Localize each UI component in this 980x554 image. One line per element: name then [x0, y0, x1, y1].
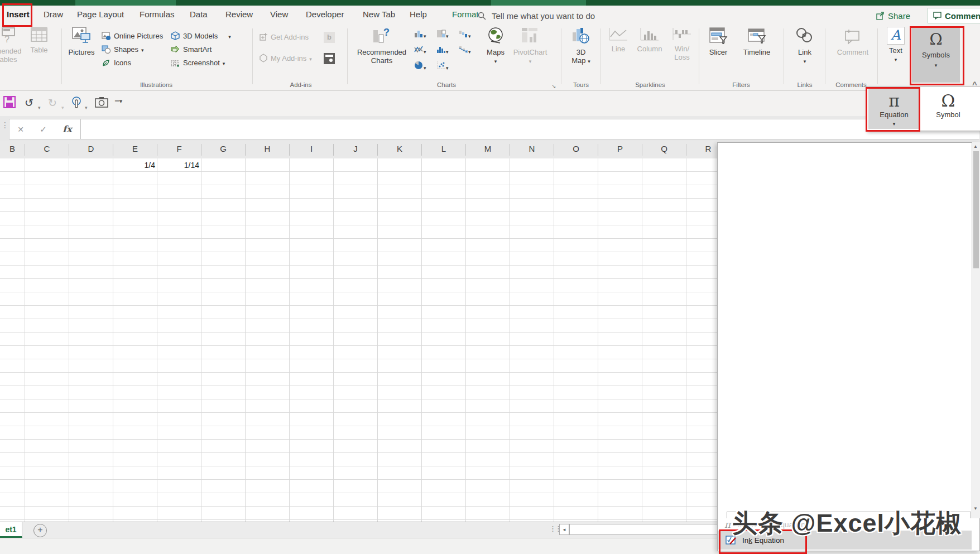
people-graph-addin-icon[interactable]: [324, 53, 335, 64]
group-label-tours: Tours: [564, 81, 598, 88]
cell-E1[interactable]: 1/4: [113, 159, 157, 172]
column-header[interactable]: L: [422, 144, 466, 156]
tab-page-layout[interactable]: Page Layout: [77, 9, 124, 19]
icons-button[interactable]: Icons: [102, 56, 131, 69]
tab-help[interactable]: Help: [410, 9, 427, 19]
undo-dropdown-icon[interactable]: [38, 100, 41, 112]
comment-button[interactable]: Comment: [832, 27, 874, 56]
table-button[interactable]: Table: [25, 27, 54, 54]
share-label: Share: [888, 11, 910, 21]
tab-view[interactable]: View: [270, 9, 288, 19]
smartart-icon: [171, 45, 180, 54]
insert-line-chart-button[interactable]: [414, 45, 426, 56]
pivotchart-button[interactable]: PivotChart: [510, 27, 550, 65]
tab-developer[interactable]: Developer: [306, 9, 344, 19]
spreadsheet-grid[interactable]: [0, 158, 726, 522]
insert-hierarchy-chart-button[interactable]: [436, 30, 449, 40]
insert-scatter-chart-button[interactable]: [436, 61, 449, 72]
touch-mode-icon[interactable]: [71, 96, 83, 109]
dropdown-arrow-icon: [223, 59, 225, 67]
symbols-button[interactable]: Ω Symbols: [912, 27, 960, 83]
tab-data[interactable]: Data: [190, 9, 208, 19]
column-header[interactable]: O: [554, 144, 598, 156]
sheet-tab[interactable]: et1: [0, 522, 22, 538]
column-header[interactable]: J: [334, 144, 378, 156]
tab-new-tab[interactable]: New Tab: [363, 9, 395, 19]
insert-column-chart-button[interactable]: [414, 30, 426, 40]
column-header[interactable]: Q: [642, 144, 686, 156]
smartart-button[interactable]: SmartArt: [171, 43, 212, 55]
search-icon: [478, 12, 486, 20]
equation-button[interactable]: π Equation: [868, 88, 920, 129]
slicer-button[interactable]: Slicer: [703, 27, 733, 56]
comments-icon: [933, 12, 941, 20]
tab-insert[interactable]: Insert: [7, 9, 30, 19]
column-header[interactable]: D: [69, 144, 113, 156]
insert-function-button[interactable]: fx: [63, 124, 71, 134]
sparkline-winloss-button[interactable]: Win/Loss: [667, 27, 696, 61]
sparkline-column-button[interactable]: Column: [634, 27, 665, 53]
dropdown-arrow-icon: [446, 62, 449, 71]
online-pictures-button[interactable]: Online Pictures: [102, 30, 163, 42]
column-header[interactable]: H: [246, 144, 290, 156]
scrollbar-thumb[interactable]: [973, 151, 979, 268]
insert-statistic-chart-button[interactable]: [436, 45, 449, 56]
get-add-ins-button[interactable]: Get Add-ins: [259, 31, 309, 43]
insert-combo-chart-button[interactable]: [459, 45, 471, 56]
undo-icon[interactable]: ↺: [25, 97, 33, 109]
tell-me-search[interactable]: Tell me what you want to do: [478, 9, 595, 22]
bing-maps-addin-icon[interactable]: b: [324, 32, 335, 43]
link-button[interactable]: Link: [788, 27, 822, 65]
grip-icon[interactable]: ⋮⋮: [549, 524, 560, 533]
column-header[interactable]: E: [113, 144, 157, 156]
insert-waterfall-chart-button[interactable]: [459, 30, 471, 40]
insert-pie-chart-button[interactable]: [414, 61, 426, 72]
pictures-button[interactable]: Pictures: [66, 27, 97, 56]
column-header[interactable]: K: [378, 144, 422, 156]
column-header[interactable]: M: [466, 144, 510, 156]
scroll-up-icon[interactable]: ▲: [973, 144, 978, 149]
column-header[interactable]: B: [0, 144, 25, 156]
cell-F1[interactable]: 1/14: [157, 159, 201, 172]
column-header[interactable]: I: [290, 144, 334, 156]
scroll-down-icon[interactable]: ▼: [973, 506, 978, 511]
column-header[interactable]: G: [201, 144, 246, 156]
share-button[interactable]: Share: [871, 8, 916, 23]
tab-formulas[interactable]: Formulas: [140, 9, 175, 19]
symbol-button[interactable]: Ω Symbol: [923, 88, 974, 129]
recommended-pivottables-button[interactable]: ? mendedables: [0, 27, 28, 64]
scroll-left-icon[interactable]: ◂: [559, 524, 569, 535]
formula-input[interactable]: [80, 119, 979, 139]
gallery-scrollbar[interactable]: ▲ ▼: [972, 142, 980, 518]
column-header[interactable]: C: [25, 144, 69, 156]
my-add-ins-button[interactable]: My Add-ins: [259, 52, 312, 64]
3d-map-button[interactable]: 3DMap: [565, 27, 597, 66]
recommended-charts-button[interactable]: ? RecommendedCharts: [353, 27, 411, 65]
column-header[interactable]: F: [157, 144, 201, 156]
charts-dialog-launcher-icon[interactable]: [551, 80, 556, 90]
customize-qat-icon[interactable]: ═▾: [115, 98, 122, 105]
text-button[interactable]: A Text: [882, 27, 910, 63]
tab-review[interactable]: Review: [225, 9, 253, 19]
redo-dropdown-icon[interactable]: [61, 100, 64, 112]
screenshot-button[interactable]: Screenshot: [171, 56, 225, 69]
redo-icon[interactable]: ↻: [48, 97, 57, 109]
cancel-entry-icon[interactable]: [17, 124, 24, 134]
save-icon[interactable]: [3, 96, 16, 108]
column-header[interactable]: P: [598, 144, 642, 156]
touch-mode-dropdown-icon[interactable]: [85, 100, 88, 112]
tab-format[interactable]: Format: [452, 9, 479, 19]
3d-models-button[interactable]: 3D Models: [171, 30, 231, 42]
camera-icon[interactable]: [95, 97, 108, 108]
timeline-button[interactable]: Timeline: [737, 27, 777, 56]
sparkline-line-button[interactable]: Line: [605, 27, 632, 53]
column-header[interactable]: N: [510, 144, 554, 156]
comments-button[interactable]: Comments: [928, 8, 980, 23]
tab-draw[interactable]: Draw: [44, 9, 63, 19]
shapes-button[interactable]: Shapes: [102, 43, 144, 55]
title-bar: [0, 0, 980, 6]
new-sheet-button[interactable]: +: [33, 524, 47, 537]
confirm-entry-icon[interactable]: [40, 124, 47, 134]
maps-button[interactable]: Maps: [483, 27, 508, 65]
horizontal-scrollbar[interactable]: [569, 524, 721, 535]
